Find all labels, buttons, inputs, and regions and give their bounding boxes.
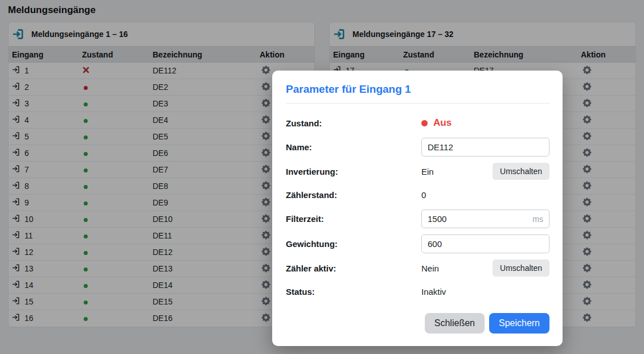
zaehler-aktiv-toggle-button[interactable]: Umschalten bbox=[493, 260, 549, 277]
field-invertierung: Invertierung: Ein Umschalten bbox=[286, 163, 549, 180]
field-zaehler-aktiv: Zähler aktiv: Nein Umschalten bbox=[286, 260, 549, 277]
invertierung-toggle-button[interactable]: Umschalten bbox=[493, 163, 549, 180]
zaehlerstand-value: 0 bbox=[421, 190, 426, 200]
field-zustand: Zustand: Aus bbox=[286, 114, 549, 131]
name-input[interactable] bbox=[421, 138, 549, 157]
field-label: Filterzeit: bbox=[286, 214, 421, 224]
field-label: Zähler aktiv: bbox=[286, 264, 421, 273]
field-label: Status: bbox=[286, 287, 421, 297]
field-zaehlerstand: Zählerstand: 0 bbox=[286, 186, 549, 203]
state-indicator: Aus bbox=[421, 117, 452, 129]
save-button[interactable]: Speichern bbox=[489, 313, 549, 334]
field-label: Zählerstand: bbox=[286, 190, 421, 200]
field-label: Invertierung: bbox=[286, 167, 421, 176]
field-label: Zustand: bbox=[286, 118, 421, 128]
state-dot-icon bbox=[421, 120, 428, 126]
invertierung-value: Ein bbox=[421, 167, 434, 176]
dialog-footer: Schließen Speichern bbox=[286, 313, 549, 334]
field-name: Name: bbox=[286, 138, 549, 157]
state-value: Aus bbox=[433, 117, 452, 129]
gewichtung-input[interactable] bbox=[421, 234, 549, 253]
field-label: Name: bbox=[286, 142, 421, 152]
field-filterzeit: Filterzeit: ms bbox=[286, 209, 549, 228]
close-button[interactable]: Schließen bbox=[425, 313, 485, 334]
field-gewichtung: Gewichtung: bbox=[286, 234, 549, 253]
parameter-dialog: Parameter für Eingang 1 Zustand: Aus Nam… bbox=[272, 71, 563, 346]
zaehler-aktiv-value: Nein bbox=[421, 264, 439, 273]
field-label: Gewichtung: bbox=[286, 239, 421, 249]
status-value: Inaktiv bbox=[421, 287, 446, 297]
field-status: Status: Inaktiv bbox=[286, 283, 549, 300]
divider bbox=[286, 103, 549, 104]
filterzeit-input[interactable] bbox=[421, 209, 549, 228]
dialog-title: Parameter für Eingang 1 bbox=[286, 83, 549, 96]
